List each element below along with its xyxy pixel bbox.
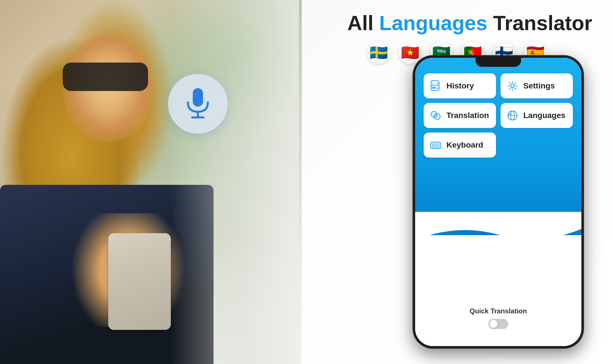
mic-bubble[interactable] — [168, 74, 228, 134]
svg-rect-0 — [193, 88, 203, 107]
microphone-icon — [184, 87, 212, 121]
translation-button[interactable]: 文 A Translation — [424, 103, 496, 128]
quick-translation-section: Quick Translation — [467, 307, 530, 329]
phone-outer: History Settings — [413, 55, 584, 348]
keyboard-button[interactable]: Keyboard — [424, 133, 496, 158]
svg-rect-20 — [435, 144, 436, 145]
keyboard-icon — [429, 139, 442, 151]
flag-swedish[interactable]: 🇸🇪 — [367, 41, 390, 64]
svg-rect-22 — [432, 146, 434, 147]
svg-text:A: A — [436, 115, 438, 118]
settings-icon — [506, 80, 519, 92]
svg-rect-24 — [438, 146, 439, 147]
screen-bottom: Quick Translation — [415, 235, 581, 346]
phone-inner: History Settings — [415, 58, 581, 346]
history-icon — [429, 80, 442, 92]
screen-top: History Settings — [415, 58, 581, 245]
languages-icon: AZ — [506, 109, 519, 122]
quick-translation-toggle[interactable] — [488, 319, 508, 329]
settings-label: Settings — [523, 81, 555, 90]
languages-label: Languages — [523, 111, 565, 120]
app-title-area: All Languages Translator — [347, 11, 592, 35]
phone-notch — [475, 58, 521, 67]
svg-rect-4 — [432, 85, 435, 88]
languages-button[interactable]: AZ Languages — [501, 103, 573, 128]
svg-point-8 — [511, 84, 514, 88]
translation-icon: 文 A — [429, 109, 442, 122]
translation-label: Translation — [446, 111, 489, 120]
person-photo — [0, 0, 299, 364]
toggle-knob — [489, 320, 497, 328]
phone-screen: History Settings — [415, 58, 581, 346]
title-part3: Translator — [487, 12, 592, 34]
quick-translation-label: Quick Translation — [467, 307, 530, 315]
svg-rect-21 — [438, 144, 439, 145]
svg-rect-19 — [432, 144, 434, 145]
title-part1: All — [347, 12, 379, 34]
app-title: All Languages Translator — [347, 11, 592, 35]
svg-rect-23 — [435, 146, 436, 147]
svg-text:文: 文 — [432, 113, 435, 116]
settings-button[interactable]: Settings — [501, 73, 573, 98]
menu-grid: History Settings — [424, 73, 573, 158]
title-highlight: Languages — [379, 12, 487, 34]
keyboard-label: Keyboard — [446, 140, 483, 150]
svg-text:AZ: AZ — [509, 113, 512, 115]
history-label: History — [446, 81, 474, 90]
history-button[interactable]: History — [424, 73, 496, 98]
phone-mockup: History Settings — [413, 55, 584, 348]
